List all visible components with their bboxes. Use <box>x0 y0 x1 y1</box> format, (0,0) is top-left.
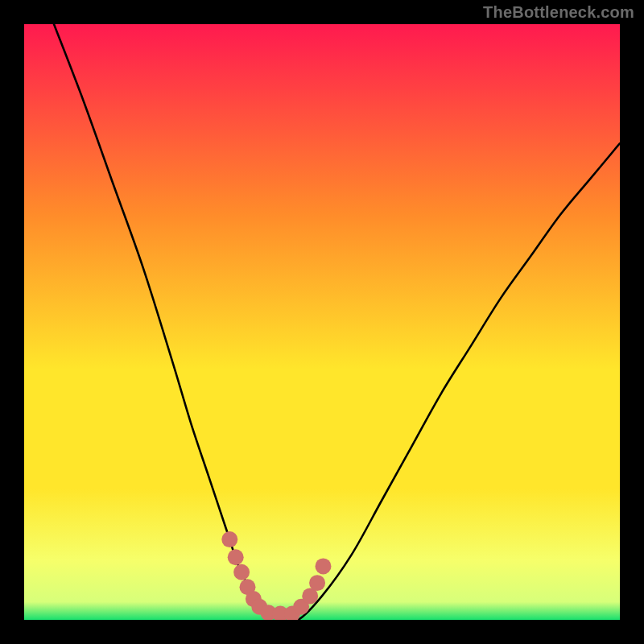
optimal-band-marks <box>221 531 331 620</box>
bottleneck-curve <box>54 24 620 620</box>
chart-container: TheBottleneck.com <box>0 0 644 644</box>
optimal-marker <box>315 558 331 574</box>
optimal-marker <box>309 575 325 591</box>
plot-area <box>24 24 620 620</box>
watermark-text: TheBottleneck.com <box>483 3 634 22</box>
curve-layer <box>24 24 620 620</box>
optimal-marker <box>221 531 237 547</box>
optimal-marker <box>233 564 250 580</box>
optimal-marker <box>228 549 244 565</box>
